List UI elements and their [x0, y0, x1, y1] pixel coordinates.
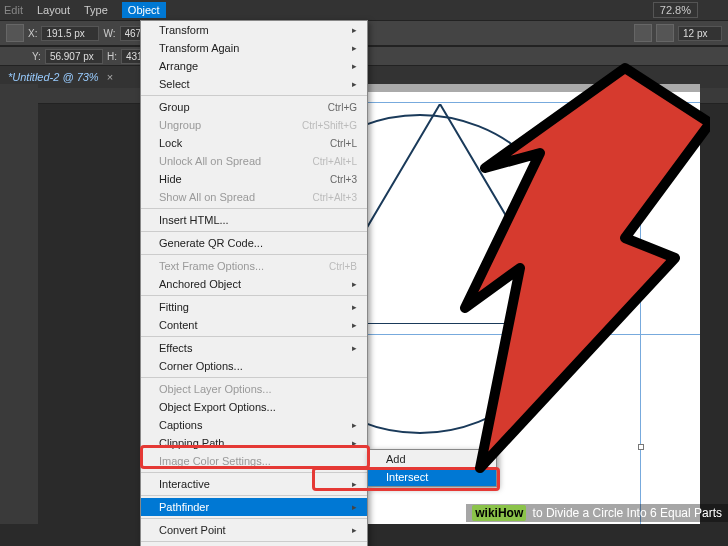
zoom-level[interactable]: 72.8% — [653, 2, 698, 18]
submenu-item-add[interactable]: Add — [368, 450, 496, 468]
close-tab-icon[interactable]: × — [107, 71, 113, 83]
object-dropdown-menu: Transform▸Transform Again▸Arrange▸Select… — [140, 20, 368, 546]
submenu-arrow-icon: ▸ — [352, 302, 357, 312]
submenu-item-intersect[interactable]: Intersect — [368, 468, 496, 486]
menu-item-hide[interactable]: HideCtrl+3 — [141, 170, 367, 188]
menu-item-captions[interactable]: Captions▸ — [141, 416, 367, 434]
menu-item-transform[interactable]: Transform▸ — [141, 21, 367, 39]
tool-panel[interactable] — [0, 84, 38, 524]
menu-item-convert-point[interactable]: Convert Point▸ — [141, 521, 367, 539]
watermark-brand: wikiHow — [472, 505, 526, 521]
distribute-icon[interactable] — [656, 24, 674, 42]
label-x: X: — [28, 28, 37, 39]
selection-handle[interactable] — [638, 444, 644, 450]
menu-item-unlock-all-on-spread: Unlock All on SpreadCtrl+Alt+L — [141, 152, 367, 170]
label-w: W: — [103, 28, 115, 39]
submenu-arrow-icon: ▸ — [352, 420, 357, 430]
submenu-arrow-icon: ▸ — [352, 320, 357, 330]
menu-object[interactable]: Object — [122, 2, 166, 18]
menu-item-object-layer-options-: Object Layer Options... — [141, 380, 367, 398]
menu-item-insert-html-[interactable]: Insert HTML... — [141, 211, 367, 229]
x-field[interactable] — [41, 26, 99, 41]
submenu-arrow-icon: ▸ — [352, 279, 357, 289]
submenu-arrow-icon: ▸ — [352, 525, 357, 535]
align-icon[interactable] — [634, 24, 652, 42]
menu-item-select[interactable]: Select▸ — [141, 75, 367, 93]
submenu-arrow-icon: ▸ — [352, 479, 357, 489]
menu-item-arrange[interactable]: Arrange▸ — [141, 57, 367, 75]
submenu-arrow-icon: ▸ — [352, 61, 357, 71]
menu-item-lock[interactable]: LockCtrl+L — [141, 134, 367, 152]
menu-item-corner-options-[interactable]: Corner Options... — [141, 357, 367, 375]
app-menubar: Edit Layout Type Object 72.8% — [0, 0, 728, 20]
submenu-arrow-icon: ▸ — [352, 79, 357, 89]
menu-item-generate-qr-code-[interactable]: Generate QR Code... — [141, 234, 367, 252]
submenu-arrow-icon: ▸ — [352, 343, 357, 353]
menu-item-pathfinder[interactable]: Pathfinder▸ — [141, 498, 367, 516]
menu-item-text-frame-options-: Text Frame Options...Ctrl+B — [141, 257, 367, 275]
menu-item-anchored-object[interactable]: Anchored Object▸ — [141, 275, 367, 293]
submenu-arrow-icon: ▸ — [352, 502, 357, 512]
menu-item-show-all-on-spread: Show All on SpreadCtrl+Alt+3 — [141, 188, 367, 206]
menu-item-transform-again[interactable]: Transform Again▸ — [141, 39, 367, 57]
menu-item-content[interactable]: Content▸ — [141, 316, 367, 334]
menu-item-image-color-settings-: Image Color Settings... — [141, 452, 367, 470]
menu-item-clipping-path[interactable]: Clipping Path▸ — [141, 434, 367, 452]
label-y: Y: — [32, 51, 41, 62]
selection-handle[interactable] — [638, 100, 644, 106]
watermark: wikiHow to Divide a Circle Into 6 Equal … — [466, 504, 728, 522]
submenu-arrow-icon: ▸ — [352, 43, 357, 53]
submenu-arrow-icon: ▸ — [352, 25, 357, 35]
y-field[interactable] — [45, 49, 103, 64]
document-name: *Untitled-2 @ 73% — [8, 71, 99, 83]
menu-item-group[interactable]: GroupCtrl+G — [141, 98, 367, 116]
reference-point-icon[interactable] — [6, 24, 24, 42]
stroke-weight-field[interactable] — [678, 26, 722, 41]
pathfinder-submenu: AddIntersect — [367, 449, 497, 487]
menu-item-interactive[interactable]: Interactive▸ — [141, 475, 367, 493]
submenu-arrow-icon: ▸ — [352, 438, 357, 448]
menu-item-object-export-options-[interactable]: Object Export Options... — [141, 398, 367, 416]
menu-item-fitting[interactable]: Fitting▸ — [141, 298, 367, 316]
menu-item-effects[interactable]: Effects▸ — [141, 339, 367, 357]
watermark-text: to Divide a Circle Into 6 Equal Parts — [529, 506, 722, 520]
menu-type[interactable]: Type — [84, 4, 108, 16]
label-h: H: — [107, 51, 117, 62]
menu-item-ungroup: UngroupCtrl+Shift+G — [141, 116, 367, 134]
menu-edit[interactable]: Edit — [4, 4, 23, 16]
menu-layout[interactable]: Layout — [37, 4, 70, 16]
